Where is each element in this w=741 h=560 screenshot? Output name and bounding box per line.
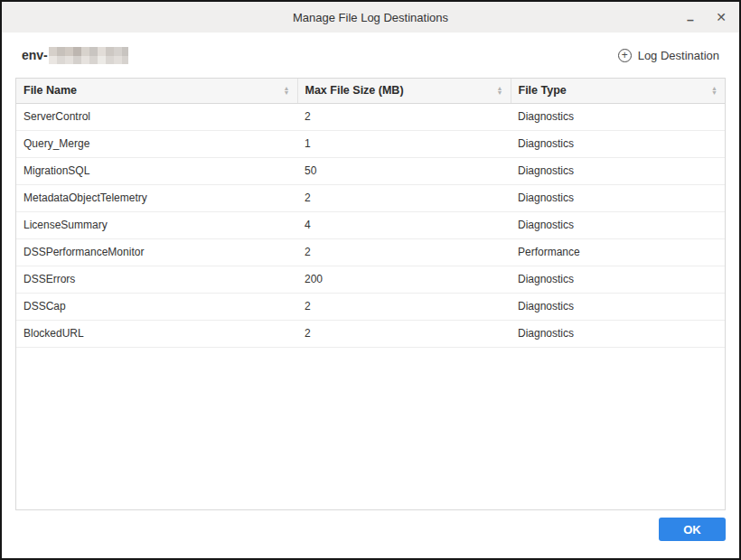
cell-file-type: Diagnostics (511, 103, 725, 130)
cell-file-type: Diagnostics (511, 320, 725, 347)
cell-max-file-size: 4 (297, 211, 511, 238)
table-body: ServerControl 2 Diagnostics Query_Merge … (16, 103, 725, 347)
column-header-file-name[interactable]: File Name ▲▼ (16, 79, 297, 103)
env-header-row: env- + Log Destination (2, 33, 739, 78)
table-row[interactable]: DSSCap 2 Diagnostics (16, 293, 725, 320)
cell-max-file-size: 2 (297, 184, 511, 211)
cell-file-type: Diagnostics (511, 157, 725, 184)
environment-label-text: env- (22, 48, 48, 62)
sort-icon[interactable]: ▲▼ (497, 86, 503, 95)
minimize-icon: – (687, 14, 694, 26)
cell-file-name: MetadataObjectTelemetry (16, 184, 297, 211)
cell-file-name: BlockedURL (16, 320, 297, 347)
cell-max-file-size: 2 (297, 320, 511, 347)
table-row[interactable]: BlockedURL 2 Diagnostics (16, 320, 725, 347)
dialog-window: Manage File Log Destinations – ✕ env- + … (0, 0, 741, 560)
cell-file-type: Performance (511, 238, 725, 266)
environment-label: env- (22, 47, 128, 64)
column-header-label: File Type (519, 84, 567, 97)
sort-icon[interactable]: ▲▼ (711, 86, 718, 95)
plus-circle-icon: + (618, 49, 632, 62)
cell-max-file-size: 2 (297, 238, 511, 266)
table-row[interactable]: DSSErrors 200 Diagnostics (16, 266, 725, 293)
log-destinations-table: File Name ▲▼ Max File Size (MB) ▲▼ File … (16, 79, 725, 348)
cell-file-name: Query_Merge (16, 130, 297, 157)
cell-file-name: DSSCap (16, 293, 297, 320)
add-log-destination-button[interactable]: + Log Destination (618, 49, 726, 62)
dialog-title: Manage File Log Destinations (293, 11, 448, 24)
cell-file-type: Diagnostics (511, 211, 725, 238)
titlebar: Manage File Log Destinations – ✕ (2, 2, 739, 33)
table-row[interactable]: MetadataObjectTelemetry 2 Diagnostics (16, 184, 725, 211)
table-header-row: File Name ▲▼ Max File Size (MB) ▲▼ File … (16, 79, 725, 103)
sort-icon[interactable]: ▲▼ (284, 86, 290, 95)
cell-file-type: Diagnostics (511, 266, 725, 293)
column-header-label: File Name (23, 84, 77, 97)
close-icon: ✕ (716, 11, 727, 23)
cell-max-file-size: 2 (297, 103, 511, 130)
table-row[interactable]: Query_Merge 1 Diagnostics (16, 130, 725, 157)
cell-max-file-size: 2 (297, 293, 511, 320)
cell-max-file-size: 1 (297, 130, 511, 157)
minimize-button[interactable]: – (683, 10, 698, 24)
log-destinations-table-container: File Name ▲▼ Max File Size (MB) ▲▼ File … (15, 78, 726, 510)
table-row[interactable]: DSSPerformanceMonitor 2 Performance (16, 238, 725, 266)
cell-file-name: LicenseSummary (16, 211, 297, 238)
column-header-label: Max File Size (MB) (305, 84, 404, 97)
redacted-environment-name (49, 47, 128, 64)
window-controls: – ✕ (683, 2, 728, 33)
table-row[interactable]: ServerControl 2 Diagnostics (16, 103, 725, 130)
cell-max-file-size: 200 (297, 266, 511, 293)
cell-max-file-size: 50 (297, 157, 511, 184)
column-header-max-file-size[interactable]: Max File Size (MB) ▲▼ (297, 79, 511, 103)
table-row[interactable]: LicenseSummary 4 Diagnostics (16, 211, 725, 238)
close-button[interactable]: ✕ (714, 10, 728, 24)
ok-button[interactable]: OK (659, 518, 726, 541)
cell-file-type: Diagnostics (511, 184, 725, 211)
cell-file-name: DSSErrors (16, 266, 297, 293)
add-log-destination-label: Log Destination (638, 49, 719, 62)
cell-file-name: MigrationSQL (16, 157, 297, 184)
cell-file-name: ServerControl (16, 103, 297, 130)
cell-file-type: Diagnostics (511, 130, 725, 157)
table-row[interactable]: MigrationSQL 50 Diagnostics (16, 157, 725, 184)
cell-file-type: Diagnostics (511, 293, 725, 320)
cell-file-name: DSSPerformanceMonitor (16, 238, 297, 266)
column-header-file-type[interactable]: File Type ▲▼ (511, 79, 725, 103)
